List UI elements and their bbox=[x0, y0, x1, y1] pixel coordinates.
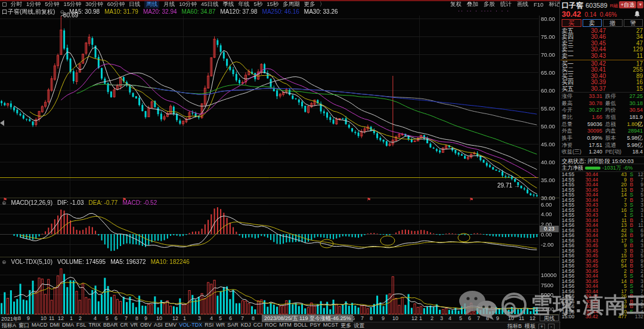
period-tabs: 分时1分钟5分钟15分钟30分钟60分钟日线周线月线10分钟45日线季线年线5秒… bbox=[11, 1, 315, 8]
watchlist-dropdown-caret[interactable]: ▾ bbox=[637, 1, 643, 8]
indicator-tab-窗口[interactable]: 窗口 bbox=[18, 322, 29, 329]
date-axis-label: 1 bbox=[70, 315, 73, 321]
add-watchlist-button[interactable]: +自选 bbox=[619, 1, 636, 8]
date-axis-label: 2 bbox=[431, 315, 434, 321]
indicator-tab-DMI[interactable]: DMI bbox=[50, 322, 60, 329]
order-level-ask[interactable]: 卖二30.44129 bbox=[561, 47, 644, 53]
stock-code: 603589 bbox=[586, 2, 608, 9]
indicator-tab-CR[interactable]: CR bbox=[120, 322, 128, 329]
macd-indicator-name[interactable]: MACD(12,26,9) bbox=[11, 199, 52, 206]
stat-label: 均价 bbox=[602, 107, 625, 114]
stat-label: 涨停 bbox=[562, 93, 583, 100]
tool-画线[interactable]: 画线 bbox=[517, 1, 528, 8]
bottom-right-指标B[interactable]: 指标B bbox=[507, 322, 522, 329]
period-tab-15分钟[interactable]: 15分钟 bbox=[64, 1, 82, 8]
period-tab-日线[interactable]: 日线 bbox=[129, 1, 140, 8]
indicator-tab-MTM[interactable]: MTM bbox=[279, 322, 292, 329]
order-level-bid[interactable]: 买四30.3916 bbox=[561, 79, 644, 85]
period-tab-10分钟[interactable]: 10分钟 bbox=[179, 1, 197, 8]
stat-label: 收益(三) bbox=[562, 149, 583, 156]
period-tab-15秒[interactable]: 15秒 bbox=[267, 1, 278, 8]
wechat-icon bbox=[458, 289, 497, 321]
period-tab-5秒[interactable]: 5秒 bbox=[253, 1, 262, 8]
indicator-tab-PSY[interactable]: PSY bbox=[310, 322, 321, 329]
order-level-bid[interactable]: 买五30.3715 bbox=[561, 86, 644, 92]
indicator-tab-WR[interactable]: WR bbox=[216, 322, 225, 329]
date-axis-label: 4 bbox=[210, 315, 213, 321]
price-axis-label: 65.00 bbox=[541, 69, 559, 76]
indicator-tab-VR[interactable]: VR bbox=[131, 322, 138, 329]
period-tab-年线[interactable]: 年线 bbox=[238, 1, 249, 8]
indicator-tab-指标A[interactable]: 指标A bbox=[2, 322, 16, 329]
collapse-icon[interactable]: ⊕ bbox=[2, 259, 7, 265]
indicator-tab-MACD[interactable]: MACD bbox=[32, 322, 48, 329]
date-axis-label: 8 bbox=[18, 315, 21, 321]
bottom-right--[interactable]: - bbox=[548, 324, 555, 329]
stat-value: 30.54 bbox=[625, 107, 644, 114]
quote-header: 口子窖 603589 R融 +自选 ▾ bbox=[561, 0, 644, 10]
period-tab-45日线[interactable]: 45日线 bbox=[201, 1, 219, 8]
indicator-tab-MCST[interactable]: MCST bbox=[323, 322, 339, 329]
period-tab-更多[interactable]: 更多 bbox=[304, 1, 315, 8]
order-tab-撤[interactable]: 撤 bbox=[603, 19, 623, 27]
order-tab-买[interactable]: 买 bbox=[562, 19, 581, 27]
period-tab-60分钟[interactable]: 60分钟 bbox=[107, 1, 125, 8]
date-axis-label: 5 bbox=[219, 315, 222, 321]
date-axis-label: 10 bbox=[41, 315, 47, 321]
period-tab-多周期[interactable]: 多周期 bbox=[283, 1, 300, 8]
stat-row: 换手0.99%股本5.98亿 bbox=[561, 135, 644, 142]
indicator-tab-OBV[interactable]: OBV bbox=[140, 322, 151, 329]
indicator-tab-设置[interactable]: 设置 bbox=[354, 322, 364, 329]
stat-label: 净资 bbox=[562, 142, 583, 149]
price-change: 0.14 bbox=[585, 11, 596, 18]
volume-indicator-name[interactable]: VOL-TDX(5,10) bbox=[11, 259, 52, 265]
indicator-tab-BBAR[interactable]: BBAR bbox=[103, 322, 118, 329]
candlestick-chart-canvas[interactable] bbox=[0, 0, 561, 322]
app-window-icon[interactable] bbox=[2, 2, 7, 7]
indicator-tab-更多[interactable]: 更多 bbox=[340, 322, 351, 329]
level-price: 30.39 bbox=[577, 79, 621, 85]
order-level-ask[interactable]: 卖一30.4311 bbox=[561, 53, 644, 59]
scroll-left-arrow-icon[interactable] bbox=[0, 120, 4, 126]
indicator-tab-DMA[interactable]: DMA bbox=[62, 322, 74, 329]
tool-F10[interactable]: F10 bbox=[534, 1, 543, 8]
peak-price-label: 80.69 bbox=[63, 12, 78, 19]
indicator-tab-RSI[interactable]: RSI bbox=[205, 322, 213, 329]
indicator-toolbar: 指标A窗口MACDDMIDMAFSLTRIXBBARCRVROBVASIEMVV… bbox=[0, 322, 561, 329]
indicator-tab-BOLL[interactable]: BOLL bbox=[294, 322, 308, 329]
alert-bell-icon[interactable] bbox=[634, 11, 640, 18]
indicator-tab-SAR[interactable]: SAR bbox=[227, 322, 239, 329]
period-tab-月线[interactable]: 月线 bbox=[163, 1, 175, 8]
period-tab-30分钟[interactable]: 30分钟 bbox=[85, 1, 103, 8]
macd-axis-label: -2.00 bbox=[541, 241, 559, 248]
date-axis-label: 10 bbox=[392, 315, 398, 321]
indicator-tab-FSL[interactable]: FSL bbox=[76, 322, 86, 329]
indicator-tab-KDJ[interactable]: KDJ bbox=[241, 322, 251, 329]
date-axis-label: 1 bbox=[183, 315, 186, 321]
indicator-tab-CCI[interactable]: CCI bbox=[253, 322, 263, 329]
stat-label: 市值 bbox=[602, 114, 625, 121]
macd-current-value-tag: 0.23 bbox=[540, 226, 559, 232]
period-tab-季线[interactable]: 季线 bbox=[222, 1, 234, 8]
stat-row: 涨停33.31跌停27.25 bbox=[561, 93, 644, 100]
stat-value: 30095 bbox=[583, 128, 602, 135]
order-book: 卖五30.4727卖四30.4634卖三30.4547卖二30.44129卖一3… bbox=[561, 28, 644, 92]
quote-price-row: 30.42 0.14 0.46% bbox=[561, 10, 644, 18]
ma-legend-item: MA10: 31.79 bbox=[104, 8, 138, 15]
bottom-right-+[interactable]: + bbox=[538, 324, 545, 329]
order-tab-警[interactable]: 警 bbox=[624, 19, 643, 27]
indicator-tab-ROC[interactable]: ROC bbox=[265, 322, 277, 329]
date-axis-label: 12 bbox=[58, 315, 64, 321]
tool-标记[interactable]: 标记 bbox=[549, 1, 560, 8]
period-tab-周线[interactable]: 周线 bbox=[144, 1, 159, 8]
periods-more-arrow[interactable]: 〉 bbox=[320, 1, 326, 8]
indicator-tab-ASI[interactable]: ASI bbox=[154, 322, 163, 329]
indicator-tab-EMV[interactable]: EMV bbox=[165, 322, 177, 329]
date-axis-label: 6 bbox=[229, 315, 232, 321]
date-axis-label: 3 bbox=[198, 315, 201, 321]
indicator-tab-TRIX[interactable]: TRIX bbox=[89, 322, 101, 329]
ma-legend-item: MA30: 33.26 bbox=[304, 8, 338, 15]
bottom-right-模板[interactable]: 模板 bbox=[525, 322, 535, 329]
indicator-tab-VOL-TDX[interactable]: VOL-TDX bbox=[179, 322, 202, 329]
order-tab-卖[interactable]: 卖 bbox=[583, 19, 602, 27]
